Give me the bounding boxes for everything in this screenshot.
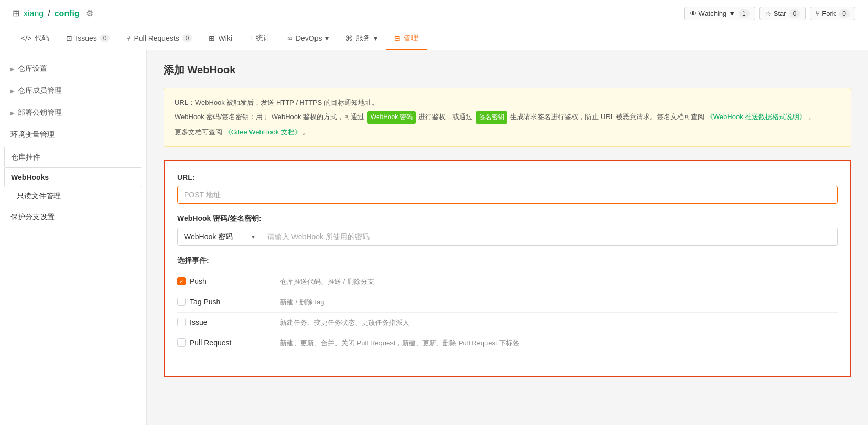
watch-label: Watching	[699, 9, 727, 17]
fork-label: Fork	[822, 9, 836, 17]
tab-issues-label: Issues	[75, 34, 96, 42]
event-row-pull-request: Pull Request 新建、更新、合并、关闭 Pull Request，新建…	[177, 333, 838, 353]
sidebar-item-webhooks-label: WebHooks	[11, 173, 49, 182]
sidebar-item-env-vars[interactable]: 环境变量管理	[0, 125, 146, 145]
push-event-desc: 仓库推送代码、推送 / 删除分支	[280, 277, 838, 286]
repo-name: config	[55, 9, 80, 18]
services-dropdown-icon: ▾	[374, 34, 377, 42]
pull-request-checkbox[interactable]	[177, 338, 186, 347]
tab-issues[interactable]: ⊡ Issues 0	[58, 27, 118, 50]
pull-request-checkbox-wrapper: Pull Request	[177, 338, 272, 347]
watch-button[interactable]: 👁 Watching ▼ 1	[684, 7, 755, 20]
repo-title: ⊞ xiang / config ⚙	[13, 8, 93, 18]
info-line2-end: 。	[808, 113, 815, 121]
events-label: 选择事件:	[177, 256, 838, 265]
sign-key-badge: 签名密钥	[476, 111, 507, 124]
tab-stats-label: 统计	[256, 34, 270, 43]
url-form-group: URL:	[177, 173, 838, 204]
events-form-group: 选择事件: Push 仓库推送代码、推送 / 删除分支 Tag Push 新建	[177, 256, 838, 353]
pull-request-event-name: Pull Request	[190, 338, 231, 347]
url-label: URL:	[177, 173, 838, 182]
tag-push-event-desc: 新建 / 删除 tag	[280, 298, 838, 307]
tag-push-event-name: Tag Push	[190, 298, 220, 306]
repo-separator: /	[48, 9, 50, 18]
event-row-tag-push: Tag Push 新建 / 删除 tag	[177, 292, 838, 313]
tag-push-checkbox[interactable]	[177, 298, 186, 306]
push-checkbox[interactable]	[177, 277, 186, 285]
pull-request-event-desc: 新建、更新、合并、关闭 Pull Request，新建、更新、删除 Pull R…	[280, 338, 838, 348]
sidebar-group-repo-settings-title[interactable]: ▶ 仓库设置	[0, 59, 146, 79]
tab-manage-label: 管理	[404, 34, 418, 43]
fork-icon: ⑂	[816, 9, 820, 17]
tab-pr-label: Pull Requests	[134, 34, 179, 42]
nav-tabs: </> 代码 ⊡ Issues 0 ⑂ Pull Requests 0 ⊞ Wi…	[0, 27, 868, 50]
sidebar-group-member-manage-title[interactable]: ▶ 仓库成员管理	[0, 81, 146, 101]
push-format-link[interactable]: 《WebHook 推送数据格式说明》	[707, 113, 806, 121]
tab-manage[interactable]: ⊟ 管理	[386, 27, 427, 50]
webhook-type-select[interactable]: WebHook 密码 签名密钥	[177, 228, 261, 246]
sidebar-group-deploy-key-title[interactable]: ▶ 部署公钥管理	[0, 103, 146, 123]
sidebar-group-deploy-key-label: 部署公钥管理	[18, 108, 62, 118]
info-line2-suffix: 生成请求签名进行鉴权，防止 URL 被恶意请求。签名文档可查阅	[510, 113, 704, 121]
event-row-issue: Issue 新建任务、变更任务状态、更改任务指派人	[177, 313, 838, 333]
info-line3-prefix: 更多文档可查阅	[175, 128, 222, 136]
sidebar-group-repo-hooks-title[interactable]: 仓库挂件	[4, 147, 142, 167]
push-checkbox-wrapper: Push	[177, 277, 272, 285]
issue-event-name: Issue	[190, 318, 207, 326]
tab-devops-label: DevOps	[296, 34, 322, 42]
fork-button[interactable]: ⑂ Fork 0	[810, 7, 855, 20]
tab-services[interactable]: ⌘ 服务 ▾	[337, 27, 386, 50]
arrow-icon: ▶	[10, 66, 15, 72]
pr-icon: ⑂	[126, 34, 131, 42]
sidebar-group-protected-branches: 保护分支设置	[0, 207, 146, 227]
watch-count: 1	[739, 9, 750, 18]
issue-checkbox-wrapper: Issue	[177, 318, 272, 326]
sidebar-item-webhooks[interactable]: WebHooks	[4, 167, 142, 187]
info-line2-prefix: WebHook 密码/签名密钥：用于 WebHook 鉴权的方式，可通过	[175, 113, 364, 121]
url-input[interactable]	[177, 186, 838, 204]
sidebar-group-member-manage: ▶ 仓库成员管理	[0, 81, 146, 101]
tag-push-checkbox-wrapper: Tag Push	[177, 298, 272, 306]
tab-pull-requests[interactable]: ⑂ Pull Requests 0	[118, 27, 200, 50]
services-icon: ⌘	[345, 34, 353, 42]
issue-checkbox[interactable]	[177, 318, 186, 326]
watch-dropdown-icon: ▼	[729, 9, 735, 17]
sidebar-item-env-vars-label: 环境变量管理	[10, 130, 55, 139]
tab-wiki[interactable]: ⊞ Wiki	[200, 27, 240, 50]
star-icon: ☆	[765, 9, 772, 17]
star-button[interactable]: ☆ Star 0	[760, 7, 806, 20]
tab-code[interactable]: </> 代码	[13, 27, 58, 50]
form-container: URL: WebHook 密码/签名密钥: WebHook 密码 签名密钥	[164, 160, 851, 377]
header-actions: 👁 Watching ▼ 1 ☆ Star 0 ⑂ Fork 0	[684, 7, 856, 20]
sidebar-group-repo-hooks-label: 仓库挂件	[11, 153, 40, 162]
arrow-icon: ▶	[10, 110, 15, 116]
sidebar-item-readonly-files[interactable]: 只读文件管理	[0, 187, 146, 205]
pr-badge: 0	[182, 34, 192, 42]
arrow-icon: ▶	[10, 88, 15, 94]
gitee-webhook-link[interactable]: 《Gitee WebHook 文档》	[224, 128, 301, 136]
stats-icon: ⊺	[249, 34, 253, 42]
header: ⊞ xiang / config ⚙ 👁 Watching ▼ 1 ☆ Star…	[0, 0, 868, 27]
password-input[interactable]	[261, 228, 838, 246]
repo-icon: ⊞	[13, 8, 19, 18]
devops-dropdown-icon: ▾	[325, 34, 329, 42]
info-line2: WebHook 密码/签名密钥：用于 WebHook 鉴权的方式，可通过 Web…	[175, 111, 840, 124]
event-row-push: Push 仓库推送代码、推送 / 删除分支	[177, 272, 838, 292]
tab-stats[interactable]: ⊺ 统计	[241, 27, 279, 50]
tab-wiki-label: Wiki	[218, 34, 232, 42]
code-icon: </>	[21, 34, 31, 42]
info-box: URL：WebHook 被触发后，发送 HTTP / HTTPS 的目标通知地址…	[164, 88, 851, 147]
push-event-name: Push	[190, 277, 207, 285]
devops-icon: ∞	[287, 34, 292, 42]
info-line2-mid: 进行鉴权，或通过	[418, 113, 473, 121]
info-line1: URL：WebHook 被触发后，发送 HTTP / HTTPS 的目标通知地址…	[175, 97, 840, 109]
main-layout: ▶ 仓库设置 ▶ 仓库成员管理 ▶ 部署公钥管理 环境变量管理 仓库挂件	[0, 50, 868, 425]
webhook-password-badge: WebHook 密码	[367, 111, 416, 124]
tab-devops[interactable]: ∞ DevOps ▾	[279, 27, 338, 50]
manage-icon: ⊟	[394, 34, 400, 42]
star-count: 0	[789, 9, 800, 18]
repo-settings-icon[interactable]: ⚙	[86, 8, 93, 18]
sidebar-item-protected-branches[interactable]: 保护分支设置	[0, 207, 146, 227]
page-title: 添加 WebHook	[164, 63, 851, 77]
sidebar-item-readonly-files-label: 只读文件管理	[17, 192, 61, 200]
